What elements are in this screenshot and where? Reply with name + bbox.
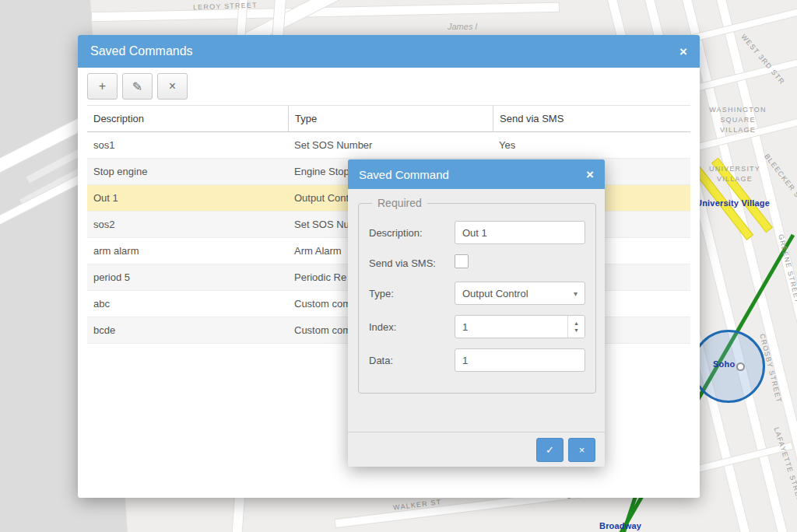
description-field: Description: (369, 221, 585, 244)
cancel-button[interactable]: × (568, 438, 595, 462)
edit-command-button[interactable]: ✎ (122, 73, 153, 100)
index-input[interactable] (455, 315, 585, 338)
street-label: GREENE STREET (777, 233, 797, 304)
column-header-sms[interactable]: Send via SMS (493, 106, 690, 131)
chevron-down-icon: ▾ (574, 289, 578, 298)
cell-description: period 5 (87, 271, 288, 283)
cell-description: arm alarm (87, 245, 288, 257)
saved-command-modal: Saved Command × Required Description: Se… (348, 159, 605, 467)
place-label: Soho (713, 359, 735, 369)
description-input[interactable] (455, 221, 585, 244)
spinner-up-icon[interactable]: ▲ (574, 320, 579, 326)
type-select-value: Output Control (462, 288, 528, 299)
modal-footer: ✓ × (348, 432, 605, 467)
area-label: VILLAGE (699, 126, 777, 134)
cell-description: sos2 (87, 219, 288, 230)
place-label: University Village (696, 198, 770, 208)
cell-description: Out 1 (87, 192, 288, 204)
cell-description: abc (87, 298, 288, 310)
area-label: SQUARE (699, 116, 777, 124)
data-label: Data: (369, 355, 455, 366)
sms-checkbox[interactable] (455, 254, 469, 268)
area-label: WASHINGTON (699, 106, 777, 114)
cell-sms: Yes (493, 139, 690, 151)
delete-command-button[interactable]: × (157, 73, 188, 100)
dialog-title: Saved Commands (90, 44, 679, 58)
column-header-description[interactable]: Description (87, 106, 288, 131)
index-spinner[interactable]: ▲ ▼ (567, 316, 585, 338)
delete-icon: × (169, 79, 176, 93)
table-header-row: Description Type Send via SMS (87, 105, 690, 132)
area-label: UNIVERSITY (700, 165, 769, 173)
pencil-icon: ✎ (132, 79, 142, 94)
cell-description: Stop engine (87, 166, 288, 177)
soho-poi-marker (736, 362, 745, 371)
required-fieldset: Required Description: Send via SMS: Type… (358, 197, 596, 394)
cell-type: Set SOS Number (288, 139, 493, 151)
modal-body: Required Description: Send via SMS: Type… (348, 189, 605, 394)
street-label: James l (448, 22, 477, 31)
map-street (232, 495, 244, 532)
data-input[interactable] (455, 348, 585, 372)
cell-description: bcde (87, 324, 288, 336)
modal-title: Saved Command (359, 168, 586, 181)
check-icon: ✓ (546, 444, 554, 456)
saved-commands-header: Saved Commands × (78, 35, 700, 68)
saved-command-header: Saved Command × (348, 159, 605, 189)
type-select[interactable]: Output Control ▾ (455, 282, 585, 305)
close-icon[interactable]: × (679, 45, 687, 58)
spinner-down-icon[interactable]: ▼ (574, 327, 579, 333)
fieldset-legend: Required (372, 197, 427, 209)
cell-description: sos1 (87, 139, 288, 151)
place-label: Broadway (599, 521, 641, 530)
type-label: Type: (369, 288, 455, 299)
close-icon: × (579, 444, 585, 456)
close-icon[interactable]: × (586, 168, 594, 181)
table-row[interactable]: sos1 Set SOS Number Yes (87, 132, 690, 159)
plus-icon: + (99, 79, 106, 93)
confirm-button[interactable]: ✓ (536, 438, 564, 462)
sms-field: Send via SMS: (369, 254, 585, 271)
column-header-type[interactable]: Type (288, 106, 493, 131)
type-field: Type: Output Control ▾ (369, 282, 585, 305)
add-command-button[interactable]: + (87, 73, 118, 100)
index-label: Index: (369, 321, 455, 333)
data-field: Data: (369, 348, 585, 372)
sms-label: Send via SMS: (369, 257, 455, 269)
area-label: VILLAGE (700, 175, 769, 183)
index-field: Index: ▲ ▼ (369, 315, 585, 338)
description-label: Description: (369, 227, 455, 239)
commands-toolbar: + ✎ × (78, 68, 700, 105)
